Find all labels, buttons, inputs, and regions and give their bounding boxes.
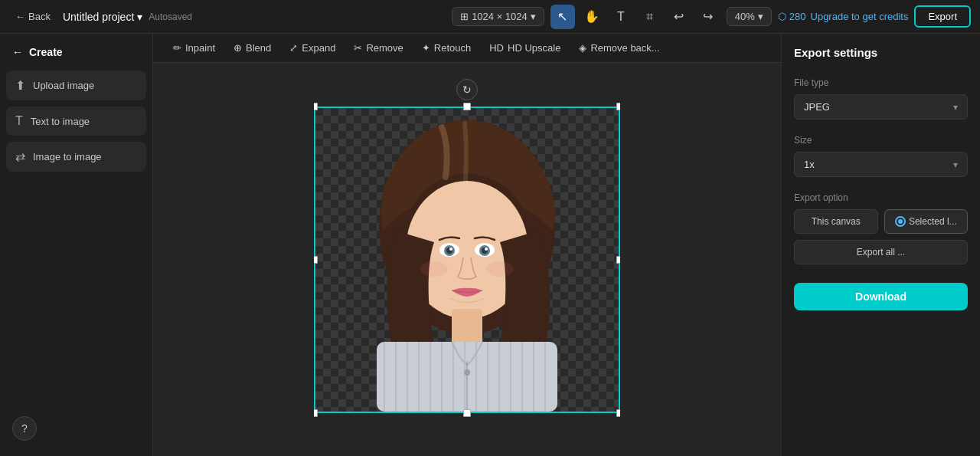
zoom-level-text: 40% [735, 11, 755, 22]
resize-handle-tr[interactable] [616, 103, 620, 110]
inpaint-label: Inpaint [185, 42, 215, 54]
inpaint-icon: ✏ [173, 42, 181, 54]
size-select[interactable]: 1x ▾ [794, 152, 968, 177]
file-type-chevron: ▾ [953, 102, 958, 113]
back-button[interactable]: ← Back [9, 8, 57, 25]
remove-bg-icon: ◈ [579, 42, 586, 54]
export-option-section: Export option This canvas Selected l... … [794, 192, 968, 264]
canvas-image[interactable] [314, 107, 620, 413]
file-type-label: File type [794, 77, 968, 88]
undo-button[interactable]: ↩ [667, 5, 691, 29]
retouch-tool-button[interactable]: ✦ Retouch [414, 38, 479, 57]
export-option-label: Export option [794, 192, 968, 203]
zoom-chevron: ▾ [758, 11, 763, 22]
cursor-icon: ↖ [557, 9, 567, 24]
image-to-image-button[interactable]: ⇄ Image to image [6, 142, 146, 172]
this-canvas-button[interactable]: This canvas [794, 209, 878, 234]
blend-tool-button[interactable]: ⊕ Blend [226, 38, 279, 57]
retouch-label: Retouch [434, 42, 471, 54]
size-chevron: ▾ [953, 159, 958, 170]
remove-icon: ✂ [354, 42, 362, 54]
blend-label: Blend [246, 42, 271, 54]
export-option-row-1: This canvas Selected l... [794, 209, 968, 234]
zoom-selector[interactable]: 40% ▾ [727, 7, 772, 26]
canvas-size-icon: ⊞ [460, 11, 469, 22]
resize-handle-mr[interactable] [616, 256, 620, 264]
resize-handle-tl[interactable] [314, 103, 318, 110]
resize-handle-bl[interactable] [314, 409, 318, 417]
resize-handle-bm[interactable] [463, 409, 471, 417]
credits-badge: ⬡ 280 [778, 11, 806, 22]
canvas-area: ✏ Inpaint ⊕ Blend ⤢ Expand ✂ Remove ✦ Re… [153, 34, 781, 456]
back-label: Back [28, 11, 51, 22]
svg-rect-2 [452, 309, 482, 347]
upscale-tool-button[interactable]: HD HD Upscale [482, 38, 568, 57]
resize-handle-ml[interactable] [314, 256, 318, 264]
remove-label: Remove [366, 42, 403, 54]
canvas-size-chevron: ▾ [531, 11, 536, 22]
text-to-image-button[interactable]: T Text to image [6, 107, 146, 136]
text-img-icon: T [15, 114, 23, 128]
remove-tool-button[interactable]: ✂ Remove [346, 38, 410, 57]
hand-icon: ✋ [584, 9, 599, 24]
project-title[interactable]: Untitled project ▾ [63, 11, 142, 23]
selected-layers-button[interactable]: Selected l... [884, 209, 969, 234]
download-button[interactable]: Download [794, 283, 968, 310]
refresh-button[interactable]: ↻ [456, 79, 478, 100]
create-header: ← Create [6, 43, 146, 64]
size-label: Size [794, 135, 968, 146]
upscale-icon: HD [489, 42, 504, 54]
photo-layer [315, 108, 619, 412]
expand-tool-button[interactable]: ⤢ Expand [282, 38, 343, 57]
help-button[interactable]: ? [12, 416, 37, 441]
remove-bg-tool-button[interactable]: ◈ Remove back... [571, 38, 667, 57]
credits-icon: ⬡ [778, 11, 786, 22]
refresh-icon: ↻ [462, 84, 472, 96]
size-value: 1x [804, 159, 815, 170]
portrait-svg [315, 108, 619, 412]
canvas-container: ↻ [314, 107, 620, 413]
redo-button[interactable]: ↪ [696, 5, 720, 29]
expand-label: Expand [302, 42, 335, 54]
upgrade-link[interactable]: Upgrade to get credits [811, 11, 909, 22]
file-type-select[interactable]: JPEG ▾ [794, 94, 968, 120]
redo-icon: ↪ [703, 9, 713, 24]
autosaved-label: Autosaved [149, 11, 192, 22]
topbar-tools: ↖ ✋ T ⌗ ↩ ↪ [550, 5, 720, 29]
export-all-button[interactable]: Export all ... [794, 240, 968, 264]
file-type-value: JPEG [804, 101, 830, 113]
main-content: ← Create ⬆ Upload image T Text to image … [0, 34, 980, 456]
blend-icon: ⊕ [234, 42, 242, 54]
undo-icon: ↩ [674, 9, 684, 24]
credits-section: ⬡ 280 Upgrade to get credits [778, 11, 909, 22]
svg-point-28 [485, 248, 488, 251]
svg-point-29 [420, 261, 448, 277]
inpaint-tool-button[interactable]: ✏ Inpaint [165, 38, 223, 57]
img2img-icon: ⇄ [15, 149, 25, 164]
resize-handle-tm[interactable] [463, 103, 471, 110]
file-type-section: File type JPEG ▾ [794, 77, 968, 120]
project-title-chevron: ▾ [137, 11, 142, 23]
export-all-label: Export all ... [857, 247, 905, 258]
create-back-icon: ← [12, 46, 23, 58]
sidebar-bottom: ? [6, 410, 146, 447]
canvas-wrapper[interactable]: ↻ [314, 63, 620, 456]
svg-point-27 [449, 248, 452, 251]
export-button[interactable]: Export [914, 5, 971, 28]
export-settings-panel: Export settings File type JPEG ▾ Size 1x… [781, 34, 980, 456]
left-sidebar: ← Create ⬆ Upload image T Text to image … [0, 34, 153, 456]
cursor-tool-button[interactable]: ↖ [550, 5, 575, 29]
remove-bg-label: Remove back... [590, 42, 659, 54]
canvas-size-selector[interactable]: ⊞ 1024 × 1024 ▾ [452, 7, 544, 26]
canvas-toolbar: ✏ Inpaint ⊕ Blend ⤢ Expand ✂ Remove ✦ Re… [153, 34, 781, 63]
upload-image-button[interactable]: ⬆ Upload image [6, 71, 146, 100]
hand-tool-button[interactable]: ✋ [580, 5, 604, 29]
panel-title: Export settings [794, 46, 968, 59]
text-tool-button[interactable]: T [609, 5, 633, 29]
link-tool-button[interactable]: ⌗ [638, 5, 662, 29]
selected-layers-label: Selected l... [909, 216, 957, 227]
create-label: Create [29, 46, 63, 58]
resize-handle-br[interactable] [616, 409, 620, 417]
canvas-size-text: 1024 × 1024 [472, 11, 528, 22]
size-section: Size 1x ▾ [794, 135, 968, 177]
